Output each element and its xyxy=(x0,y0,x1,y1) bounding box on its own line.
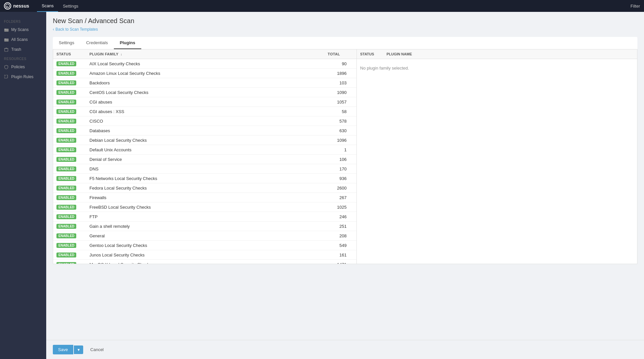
plugin-family-name: Denial of Service xyxy=(89,157,327,162)
sidebar-item-my-scans[interactable]: My Scans xyxy=(0,25,46,35)
plugin-family-name: Junos Local Security Checks xyxy=(89,253,327,257)
plugin-total: 936 xyxy=(327,176,353,181)
tab-plugins[interactable]: Plugins xyxy=(114,37,141,49)
plugin-total: 1090 xyxy=(327,90,353,95)
plugin-family-name: MacOS X Local Security Checks xyxy=(89,262,327,264)
no-family-selected-text: No plugin family selected. xyxy=(360,62,634,74)
enabled-badge: ENABLED xyxy=(56,262,76,264)
plugin-family-name: F5 Networks Local Security Checks xyxy=(89,176,327,181)
table-row[interactable]: ENABLED Gentoo Local Security Checks 549 xyxy=(53,241,356,250)
plugin-header-status: STATUS xyxy=(360,52,387,56)
enabled-badge: ENABLED xyxy=(56,71,76,76)
plugin-total: 251 xyxy=(327,224,353,229)
plugin-family-name: Gain a shell remotely xyxy=(89,224,327,229)
plugin-family-name: FTP xyxy=(89,214,327,219)
table-row[interactable]: ENABLED Fedora Local Security Checks 260… xyxy=(53,183,356,193)
table-row[interactable]: ENABLED CGI abuses 1057 xyxy=(53,97,356,107)
table-row[interactable]: ENABLED AIX Local Security Checks 90 xyxy=(53,59,356,69)
page-title: New Scan / Advanced Scan xyxy=(53,17,637,25)
table-row[interactable]: ENABLED Denial of Service 106 xyxy=(53,155,356,164)
svg-point-10 xyxy=(5,75,6,76)
nav-settings[interactable]: Settings xyxy=(58,0,83,12)
plugin-total: 2600 xyxy=(327,186,353,191)
plugin-total: 208 xyxy=(327,233,353,238)
table-row[interactable]: ENABLED Firewalls 267 xyxy=(53,193,356,202)
resources-label: RESOURCES xyxy=(0,54,46,62)
table-row[interactable]: ENABLED CentOS Local Security Checks 109… xyxy=(53,88,356,97)
sidebar-item-plugin-rules[interactable]: Plugin Rules xyxy=(0,72,46,82)
trash-icon xyxy=(4,47,9,52)
plugin-total: 1025 xyxy=(327,205,353,210)
table-row[interactable]: ENABLED General 208 xyxy=(53,231,356,241)
svg-text:n: n xyxy=(7,5,8,8)
shield-icon xyxy=(4,65,9,69)
plugin-family-panel[interactable]: STATUS PLUGIN FAMILY ↓ TOTAL ENABLED AIX… xyxy=(53,49,357,264)
plugin-family-table: ENABLED AIX Local Security Checks 90 ENA… xyxy=(53,59,356,264)
folder-icon xyxy=(4,37,9,42)
tab-settings[interactable]: Settings xyxy=(53,37,80,49)
nav-scans[interactable]: Scans xyxy=(37,0,58,12)
sidebar-item-all-scans[interactable]: All Scans xyxy=(0,35,46,45)
table-header: STATUS PLUGIN FAMILY ↓ TOTAL xyxy=(53,49,356,59)
sidebar: FOLDERS My Scans All Scans Trash RESOURC… xyxy=(0,12,46,359)
enabled-badge: ENABLED xyxy=(56,80,76,85)
plugin-family-name: CentOS Local Security Checks xyxy=(89,90,327,95)
plugin-total: 1 xyxy=(327,147,353,152)
sidebar-item-label: My Scans xyxy=(11,27,29,32)
plugin-family-name: CGI abuses xyxy=(89,100,327,105)
cancel-button[interactable]: Cancel xyxy=(86,345,108,354)
enabled-badge: ENABLED xyxy=(56,205,76,210)
table-row[interactable]: ENABLED F5 Networks Local Security Check… xyxy=(53,174,356,183)
header-total: TOTAL xyxy=(320,52,347,56)
bottom-bar: Save ▼ Cancel xyxy=(46,340,644,359)
table-row[interactable]: ENABLED Default Unix Accounts 1 xyxy=(53,145,356,155)
plugin-total: 161 xyxy=(327,253,353,257)
plugin-total: 106 xyxy=(327,157,353,162)
table-row[interactable]: ENABLED Amazon Linux Local Security Chec… xyxy=(53,69,356,78)
plugin-area: STATUS PLUGIN FAMILY ↓ TOTAL ENABLED AIX… xyxy=(53,49,637,264)
table-row[interactable]: ENABLED Databases 630 xyxy=(53,126,356,135)
plugin-name-panel: STATUS PLUGIN NAME No plugin family sele… xyxy=(357,49,637,264)
app-logo: n nessus xyxy=(4,2,29,10)
plugin-header-name: PLUGIN NAME xyxy=(387,52,634,56)
plugin-total: 578 xyxy=(327,119,353,124)
table-row[interactable]: ENABLED MacOS X Local Security Checks 14… xyxy=(53,260,356,264)
folder-icon xyxy=(4,27,9,32)
plugin-family-name: Gentoo Local Security Checks xyxy=(89,243,327,248)
table-row[interactable]: ENABLED CISCO 578 xyxy=(53,116,356,126)
plugin-family-name: CGI abuses : XSS xyxy=(89,109,327,114)
header-status: STATUS xyxy=(56,52,89,56)
plugin-total: 1096 xyxy=(327,138,353,143)
table-row[interactable]: ENABLED Junos Local Security Checks 161 xyxy=(53,250,356,260)
table-row[interactable]: ENABLED FreeBSD Local Security Checks 10… xyxy=(53,202,356,212)
plugin-family-name: Backdoors xyxy=(89,80,327,85)
back-to-templates-link[interactable]: ‹ Back to Scan Templates xyxy=(53,27,98,32)
plugin-family-name: Databases xyxy=(89,128,327,133)
enabled-badge: ENABLED xyxy=(56,138,76,143)
svg-rect-5 xyxy=(4,39,6,39)
plugin-total: 103 xyxy=(327,80,353,85)
app-name: nessus xyxy=(13,3,29,9)
table-row[interactable]: ENABLED CGI abuses : XSS 58 xyxy=(53,107,356,116)
tab-credentials[interactable]: Credentials xyxy=(80,37,114,49)
table-row[interactable]: ENABLED Gain a shell remotely 251 xyxy=(53,222,356,231)
sidebar-item-policies[interactable]: Policies xyxy=(0,62,46,72)
enabled-badge: ENABLED xyxy=(56,61,76,66)
table-row[interactable]: ENABLED Backdoors 103 xyxy=(53,78,356,88)
save-dropdown-button[interactable]: ▼ xyxy=(74,345,83,354)
plugin-total: 630 xyxy=(327,128,353,133)
filter-button[interactable]: Filter xyxy=(630,4,640,9)
enabled-badge: ENABLED xyxy=(56,195,76,200)
table-row[interactable]: ENABLED DNS 170 xyxy=(53,164,356,174)
enabled-badge: ENABLED xyxy=(56,176,76,181)
table-row[interactable]: ENABLED FTP 246 xyxy=(53,212,356,222)
plugin-family-name: Amazon Linux Local Security Checks xyxy=(89,71,327,76)
table-row[interactable]: ENABLED Debian Local Security Checks 109… xyxy=(53,135,356,145)
plugin-total: 1896 xyxy=(327,71,353,76)
save-button[interactable]: Save xyxy=(53,345,73,354)
enabled-badge: ENABLED xyxy=(56,100,76,105)
main-layout: FOLDERS My Scans All Scans Trash RESOURC… xyxy=(0,12,644,359)
sidebar-item-label: Trash xyxy=(11,47,21,52)
plugin-family-name: AIX Local Security Checks xyxy=(89,61,327,66)
sidebar-item-trash[interactable]: Trash xyxy=(0,45,46,54)
